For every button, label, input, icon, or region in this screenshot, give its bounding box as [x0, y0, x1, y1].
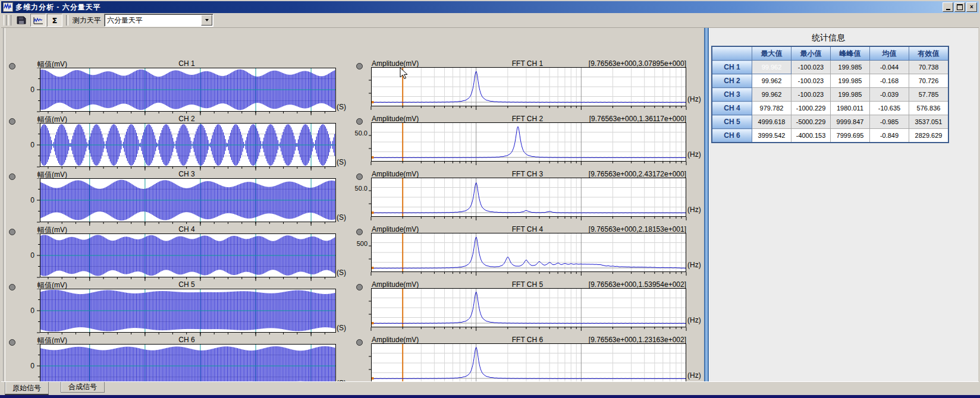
tab-bar: 原始信号 合成信号 — [1, 381, 979, 396]
stats-row-header[interactable]: CH 1 — [712, 61, 752, 74]
stats-value-cell[interactable]: -100.023 — [791, 61, 831, 74]
stats-value-cell[interactable]: 4999.618 — [752, 115, 791, 129]
stats-value-cell[interactable]: 9999.847 — [831, 115, 870, 129]
title-bar[interactable]: 多维力分析 - 六分量天平 × — [1, 1, 979, 13]
app-icon — [3, 2, 13, 12]
stats-row-header[interactable]: CH 6 — [712, 129, 752, 143]
channel-indicator[interactable] — [356, 118, 363, 125]
maximize-button[interactable] — [954, 2, 965, 12]
stats-value-cell[interactable]: -10.635 — [870, 102, 909, 115]
stats-row: CH 199.962-100.023199.985-0.04470.738 — [712, 61, 948, 74]
toolbar-grip[interactable] — [8, 15, 11, 26]
stats-value-cell[interactable]: 199.985 — [831, 88, 870, 102]
stats-value-cell[interactable]: 3999.542 — [752, 129, 791, 143]
channel-indicator[interactable] — [356, 63, 363, 70]
cursor-readout: [9.76563e+000,2.18153e+001] — [370, 225, 686, 233]
statistics-button[interactable]: Σ — [47, 14, 62, 27]
mouse-cursor — [400, 67, 409, 81]
y-tick-label: 500 — [347, 240, 368, 247]
stats-row: CH 54999.618-5000.2299999.847-0.9853537.… — [712, 115, 948, 129]
stats-value-cell[interactable]: -0.168 — [870, 74, 909, 88]
stats-value-cell[interactable]: 57.785 — [909, 88, 949, 102]
minimize-button[interactable] — [943, 2, 953, 12]
stats-value-cell[interactable]: 99.962 — [752, 61, 791, 74]
statistics-panel: 统计信息 最大值最小值峰峰值均值有效值CH 199.962-100.023199… — [709, 28, 978, 381]
stats-value-cell[interactable]: -0.849 — [870, 129, 909, 143]
x-unit-label: (Hz) — [687, 95, 701, 103]
panel-splitter[interactable] — [704, 28, 709, 381]
stats-value-cell[interactable]: 199.985 — [831, 74, 870, 88]
y-tick-label: 50.0 — [347, 129, 368, 137]
stats-value-cell[interactable]: -0.044 — [870, 61, 909, 74]
window-title: 多维力分析 - 六分量天平 — [15, 2, 101, 12]
fft-channel-row: Amplitude(mV) FFT CH 3 [9.76563e+000,2.4… — [1, 169, 703, 225]
stats-row: CH 299.962-100.023199.985-0.16870.726 — [712, 74, 948, 88]
stats-row: CH 63999.542-4000.1537999.695-0.8492829.… — [712, 129, 948, 143]
stats-column-header: 峰峰值 — [831, 46, 870, 61]
stats-row-header[interactable]: CH 2 — [712, 74, 752, 88]
stats-value-cell[interactable]: 576.836 — [909, 102, 949, 115]
stats-row-header[interactable]: CH 5 — [712, 115, 752, 129]
toolbar: Σ 测力天平 六分量天平 — [1, 13, 979, 28]
save-button[interactable] — [14, 14, 29, 27]
stats-row-header[interactable]: CH 3 — [712, 88, 752, 102]
x-unit-label: (Hz) — [687, 316, 701, 324]
stats-value-cell[interactable]: -100.023 — [791, 74, 831, 88]
stats-value-cell[interactable]: 1980.011 — [831, 102, 870, 115]
toolbar-separator — [66, 15, 68, 26]
combobox-dropdown-button[interactable] — [201, 15, 212, 26]
close-button[interactable]: × — [966, 2, 977, 12]
stats-value-cell[interactable]: -0.985 — [870, 115, 909, 129]
fft-channel-row: Amplitude(mV) FFT CH 1 [9.76563e+000,3.0… — [1, 59, 703, 114]
stats-row: CH 4979.782-1000.2291980.011-10.635576.8… — [712, 102, 948, 115]
stats-column-header: 有效值 — [909, 46, 949, 61]
channel-indicator[interactable] — [356, 229, 363, 235]
stats-value-cell[interactable]: 2829.629 — [909, 129, 949, 143]
save-icon — [16, 15, 27, 25]
stats-column-header: 最大值 — [752, 46, 791, 61]
toolbar-grip[interactable] — [4, 15, 7, 26]
close-icon: × — [970, 4, 973, 10]
waveform-view-button[interactable] — [30, 14, 46, 27]
stats-value-cell[interactable]: -100.023 — [791, 88, 831, 102]
fft-plot[interactable] — [367, 288, 687, 334]
cursor-readout: [9.76563e+000,1.23163e+002] — [370, 336, 686, 344]
fft-channel-row: Amplitude(mV) FFT CH 5 [9.76563e+000,1.5… — [1, 280, 703, 335]
stats-value-cell[interactable]: 3537.051 — [909, 115, 949, 129]
fft-channel-row: Amplitude(mV) FFT CH 4 [9.76563e+000,2.1… — [1, 225, 703, 280]
cursor-readout: [9.76563e+000,1.36117e+000] — [370, 115, 686, 123]
stats-value-cell[interactable]: -0.039 — [870, 88, 909, 102]
minimize-icon — [946, 9, 950, 10]
x-unit-label: (Hz) — [687, 206, 701, 214]
channel-indicator[interactable] — [356, 284, 363, 290]
statistics-table: 最大值最小值峰峰值均值有效值CH 199.962-100.023199.985-… — [711, 46, 949, 143]
fft-plot[interactable] — [367, 67, 687, 113]
stats-value-cell[interactable]: 99.962 — [752, 88, 791, 102]
maximize-icon — [957, 4, 963, 10]
stats-value-cell[interactable]: 70.738 — [909, 61, 949, 74]
fft-plot[interactable] — [367, 233, 687, 279]
stats-row: CH 399.962-100.023199.985-0.03957.785 — [712, 88, 948, 102]
fft-plot[interactable] — [367, 122, 687, 168]
stats-value-cell[interactable]: -5000.229 — [791, 115, 831, 129]
channel-indicator[interactable] — [356, 173, 363, 180]
device-combobox[interactable]: 六分量天平 — [104, 14, 213, 27]
stats-value-cell[interactable]: 7999.695 — [831, 129, 870, 143]
window-bottom-edge — [0, 395, 980, 398]
fft-channel-row: Amplitude(mV) FFT CH 2 [9.76563e+000,1.3… — [1, 114, 703, 169]
stats-column-header: 最小值 — [791, 46, 831, 61]
stats-value-cell[interactable]: 979.782 — [752, 102, 791, 115]
stats-value-cell[interactable]: 99.962 — [752, 74, 791, 88]
channel-indicator[interactable] — [356, 339, 363, 346]
fft-plot[interactable] — [367, 178, 687, 223]
stats-row-header[interactable]: CH 4 — [712, 102, 752, 115]
tab-original-signal[interactable]: 原始信号 — [5, 382, 49, 395]
stats-value-cell[interactable]: 199.985 — [831, 61, 870, 74]
stats-column-header: 均值 — [870, 46, 909, 61]
tab-synthesized-signal[interactable]: 合成信号 — [61, 382, 105, 393]
x-unit-label: (Hz) — [687, 371, 701, 380]
stats-value-cell[interactable]: -1000.229 — [791, 102, 831, 115]
stats-value-cell[interactable]: -4000.153 — [791, 129, 831, 143]
stats-value-cell[interactable]: 70.726 — [909, 74, 949, 88]
x-unit-label: (Hz) — [687, 261, 701, 269]
